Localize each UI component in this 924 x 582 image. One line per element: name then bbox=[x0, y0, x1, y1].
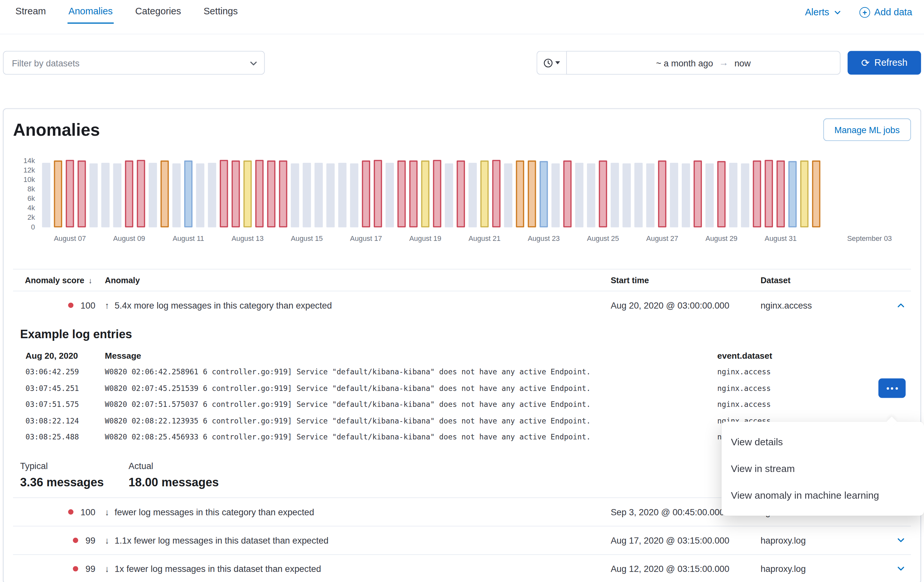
chart-bar-anomaly[interactable] bbox=[563, 160, 571, 228]
chart-bar[interactable] bbox=[303, 163, 311, 228]
chart-bar[interactable] bbox=[101, 163, 109, 228]
date-range-end: now bbox=[734, 58, 751, 68]
log-table-header: Aug 20, 2020 Message event.dataset bbox=[13, 348, 911, 364]
chart-bar-anomaly[interactable] bbox=[160, 160, 169, 228]
chart-bar[interactable] bbox=[172, 163, 180, 227]
add-data-button[interactable]: + Add data bbox=[860, 7, 912, 18]
anomalies-histogram[interactable]: 14k12k10k8k6k4k2k0 August 07August 09Aug… bbox=[13, 161, 911, 248]
anomaly-text: fewer log messages in this category than… bbox=[115, 506, 314, 516]
chart-bar-anomaly[interactable] bbox=[398, 160, 406, 227]
arrow-up-icon: ↑ bbox=[105, 300, 109, 310]
sort-desc-icon: ↓ bbox=[89, 276, 92, 285]
chart-bar-anomaly[interactable] bbox=[800, 160, 808, 227]
menu-item-view-details[interactable]: View details bbox=[721, 429, 924, 455]
chart-bar-anomaly[interactable] bbox=[480, 160, 488, 227]
chart-bar-anomaly[interactable] bbox=[244, 160, 252, 227]
chart-bar[interactable] bbox=[646, 163, 654, 227]
chart-bar[interactable] bbox=[338, 163, 346, 228]
plus-circle-icon: + bbox=[860, 7, 870, 18]
expand-row-button[interactable] bbox=[895, 562, 907, 574]
chart-bar[interactable] bbox=[587, 163, 595, 227]
tab-anomalies[interactable]: Anomalies bbox=[68, 6, 114, 24]
chart-bar-anomaly[interactable] bbox=[66, 160, 74, 228]
chart-bar[interactable] bbox=[551, 163, 560, 227]
chart-bar[interactable] bbox=[386, 163, 394, 228]
chart-bar[interactable] bbox=[113, 163, 121, 227]
severity-dot bbox=[73, 566, 78, 571]
clock-icon bbox=[543, 58, 553, 68]
chart-bar[interactable] bbox=[445, 163, 453, 227]
chart-bar-anomaly[interactable] bbox=[599, 160, 607, 227]
chart-bar[interactable] bbox=[326, 163, 334, 227]
chart-bar-anomaly[interactable] bbox=[220, 160, 228, 228]
chart-bar[interactable] bbox=[350, 163, 358, 227]
chart-bar-anomaly[interactable] bbox=[279, 160, 287, 227]
chart-bar[interactable] bbox=[149, 163, 157, 228]
chart-bar[interactable] bbox=[622, 163, 631, 227]
chart-bar[interactable] bbox=[634, 163, 642, 228]
chart-bar-anomaly[interactable] bbox=[137, 160, 145, 228]
chart-bar-anomaly[interactable] bbox=[54, 160, 62, 227]
chart-bar-anomaly[interactable] bbox=[693, 160, 701, 227]
chart-bar[interactable] bbox=[208, 163, 216, 228]
menu-item-view-in-stream[interactable]: View in stream bbox=[721, 455, 924, 482]
chart-bar-anomaly[interactable] bbox=[184, 160, 192, 227]
arrow-down-icon: ↓ bbox=[105, 535, 109, 545]
row-actions-button[interactable] bbox=[878, 378, 906, 398]
chart-bar-anomaly[interactable] bbox=[777, 160, 785, 227]
alerts-menu-button[interactable]: Alerts bbox=[805, 7, 842, 18]
chart-bar-anomaly[interactable] bbox=[255, 160, 263, 228]
chart-bar[interactable] bbox=[611, 163, 619, 228]
chart-bar[interactable] bbox=[741, 163, 749, 227]
panel-header: Anomalies Manage ML jobs bbox=[13, 119, 911, 141]
chart-bar-anomaly[interactable] bbox=[516, 160, 524, 228]
chart-bar[interactable] bbox=[706, 163, 714, 227]
chart-bar-anomaly[interactable] bbox=[765, 160, 773, 228]
chart-bar-anomaly[interactable] bbox=[421, 160, 429, 227]
date-quick-select-button[interactable] bbox=[536, 51, 566, 74]
chart-bar[interactable] bbox=[315, 163, 323, 228]
chart-bar-anomaly[interactable] bbox=[362, 160, 370, 228]
chart-bar-anomaly[interactable] bbox=[658, 160, 666, 228]
chart-bar-anomaly[interactable] bbox=[528, 160, 536, 227]
expand-row-button[interactable] bbox=[895, 534, 907, 546]
chart-bar[interactable] bbox=[575, 163, 583, 228]
manage-ml-jobs-button[interactable]: Manage ML jobs bbox=[823, 119, 911, 141]
dataset-filter-select[interactable] bbox=[3, 51, 265, 74]
chart-bar-anomaly[interactable] bbox=[788, 161, 796, 227]
dataset-filter-input[interactable] bbox=[3, 51, 264, 74]
y-axis-label: 10k bbox=[23, 175, 35, 184]
menu-item-view-anomaly-ml[interactable]: View anomaly in machine learning bbox=[721, 482, 924, 509]
chart-bar[interactable] bbox=[469, 163, 477, 228]
expand-row-button[interactable] bbox=[895, 300, 907, 311]
tab-stream[interactable]: Stream bbox=[14, 6, 47, 24]
tab-categories[interactable]: Categories bbox=[134, 6, 182, 24]
chart-bar[interactable] bbox=[291, 163, 299, 227]
chart-bar-anomaly[interactable] bbox=[540, 161, 548, 227]
column-anomaly-score[interactable]: Anomaly score ↓ bbox=[13, 275, 105, 285]
chart-bar[interactable] bbox=[196, 163, 204, 227]
chart-bar-anomaly[interactable] bbox=[267, 160, 275, 228]
date-range-display[interactable]: ~ a month ago → now bbox=[566, 51, 840, 74]
chart-bar-anomaly[interactable] bbox=[78, 160, 86, 228]
chart-bar-anomaly[interactable] bbox=[492, 160, 500, 228]
chart-bar-anomaly[interactable] bbox=[753, 160, 761, 228]
ellipsis-icon bbox=[895, 387, 898, 389]
chart-bar[interactable] bbox=[682, 163, 690, 227]
refresh-button[interactable]: ⟳ Refresh bbox=[848, 51, 921, 74]
chart-bar-anomaly[interactable] bbox=[231, 160, 239, 228]
chart-bar-anomaly[interactable] bbox=[409, 160, 417, 228]
chart-bar[interactable] bbox=[729, 163, 737, 228]
chart-bar[interactable] bbox=[42, 163, 50, 228]
chart-bar[interactable] bbox=[670, 163, 678, 228]
tab-settings[interactable]: Settings bbox=[203, 6, 239, 24]
chart-bar-anomaly[interactable] bbox=[374, 160, 382, 228]
chart-bar-anomaly[interactable] bbox=[717, 161, 725, 227]
chart-bar-anomaly[interactable] bbox=[125, 160, 133, 227]
chart-bar[interactable] bbox=[504, 163, 512, 227]
column-dataset: Dataset bbox=[761, 275, 895, 285]
chart-bar-anomaly[interactable] bbox=[812, 160, 820, 228]
chart-bar-anomaly[interactable] bbox=[433, 160, 441, 228]
chart-bar-anomaly[interactable] bbox=[457, 160, 465, 228]
chart-bar[interactable] bbox=[89, 163, 98, 227]
